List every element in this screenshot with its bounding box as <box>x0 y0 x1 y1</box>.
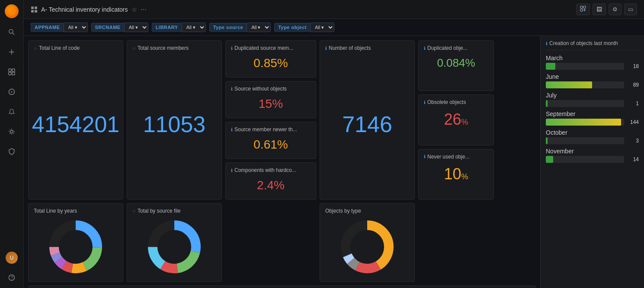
num-objects-header: ℹ Number of objects <box>325 45 409 51</box>
tly-header: Total Line by years <box>34 208 118 214</box>
svg-rect-17 <box>35 6 37 9</box>
info-icon-2: ℹ <box>231 87 233 91</box>
source-newer-card: ℹ Source member newer th... 0.61% <box>225 122 316 159</box>
share-icon[interactable]: ⋯ <box>141 6 147 13</box>
snewer-title: Source member newer th... <box>234 126 297 133</box>
num-objects-card: ℹ Number of objects 7146 <box>320 40 415 200</box>
content-area: ⊹ Total Line of code 4154201 ⊹ Total sou… <box>24 36 644 288</box>
svg-rect-18 <box>31 10 34 13</box>
dashboard-icon[interactable] <box>6 66 18 78</box>
svg-point-45 <box>351 230 384 263</box>
sidebar: U ? <box>0 0 24 288</box>
svg-point-11 <box>11 91 13 93</box>
bar-fill <box>546 100 548 107</box>
svg-rect-16 <box>31 6 34 9</box>
tsf-header: ⊹ Total by source file <box>132 208 216 214</box>
info-icon-8: ℹ <box>424 154 426 159</box>
svg-rect-21 <box>583 6 586 8</box>
obt-header: Objects by type <box>325 208 409 214</box>
tly-title: Total Line by years <box>34 208 77 214</box>
row-1: ⊹ Total Line of code 4154201 ⊹ Total sou… <box>28 40 536 200</box>
search-icon[interactable] <box>6 26 18 38</box>
star-icon[interactable]: ☆ <box>131 6 137 13</box>
type-object-filter-group: Type object All ▾ <box>274 23 334 32</box>
right-stats-column: ℹ Duplicated obje... 0.084% ℹ Obsolete o… <box>418 40 494 200</box>
month-name: November <box>546 148 639 155</box>
month-row-november: November 14 <box>546 146 639 165</box>
app-logo[interactable] <box>5 4 19 18</box>
help-icon[interactable]: ? <box>6 272 18 284</box>
dup-source-value: 0.85% <box>231 54 311 73</box>
kiosk-button[interactable]: ▭ <box>624 3 637 15</box>
plus-icon[interactable] <box>6 46 18 58</box>
swo-title: Source without objects <box>234 86 287 92</box>
bar-row: 18 <box>546 63 639 70</box>
tly-chart <box>34 217 118 277</box>
bell-icon[interactable] <box>6 106 18 118</box>
never-used-title: Never used obje... <box>427 154 469 160</box>
dup-objects-header: ℹ Duplicated obje... <box>424 45 488 51</box>
dup-objects-value: 0.084% <box>424 54 488 72</box>
filter-bar: APPNAME All ▾ SRCNAME All ▾ LIBRARY All … <box>24 19 644 36</box>
bar-track <box>546 100 624 107</box>
total-line-years-card: Total Line by years <box>28 203 123 282</box>
num-objects-title: Number of objects <box>329 45 371 51</box>
svg-rect-19 <box>35 10 37 13</box>
compass-icon[interactable] <box>6 86 18 98</box>
bar-track <box>546 156 624 163</box>
library-filter-group: LIBRARY All ▾ <box>152 23 206 32</box>
svg-rect-9 <box>12 72 15 75</box>
topbar-actions: 🖼 ⚙ ▭ <box>576 3 637 15</box>
bar-value: 3 <box>627 138 639 144</box>
shield-icon[interactable] <box>6 146 18 158</box>
middle-column: ℹ Duplicated source mem... 0.85% ℹ Sourc… <box>225 40 316 200</box>
snewer-value: 0.61% <box>231 135 311 154</box>
month-name: March <box>546 55 639 61</box>
obsolete-value: 26% <box>424 108 488 131</box>
info-icon-4: ℹ <box>231 168 233 173</box>
total-loc-title: Total Line of code <box>39 45 80 51</box>
gear-icon[interactable] <box>6 126 18 138</box>
bar-fill <box>546 119 621 126</box>
type-object-select[interactable]: All ▾ <box>310 23 334 32</box>
month-row-october: October 3 <box>546 127 639 146</box>
obsolete-title: Obsolete objects <box>427 99 466 105</box>
external-link-icon: ⊹ <box>34 46 37 51</box>
svg-rect-20 <box>580 6 583 8</box>
obt-title: Objects by type <box>325 208 361 214</box>
user-avatar[interactable]: U <box>6 252 18 264</box>
hardco-header: ℹ Components with hardco... <box>231 167 311 173</box>
library-select[interactable]: All ▾ <box>182 23 206 32</box>
duplicated-source-card: ℹ Duplicated source mem... 0.85% <box>225 40 316 78</box>
month-name: September <box>546 110 639 117</box>
total-loc-value: 4154201 <box>34 54 118 195</box>
panel-info-icon: ℹ <box>546 41 548 46</box>
svg-point-39 <box>158 230 191 263</box>
row-3: Description Indicators of lines of code,… <box>28 285 536 288</box>
bar-fill <box>546 137 548 144</box>
settings-button[interactable]: ⚙ <box>609 3 622 15</box>
share-button[interactable]: 🖼 <box>593 3 606 15</box>
months-list: March 18 June 89 July 1 September <box>546 53 639 165</box>
type-source-select[interactable]: All ▾ <box>247 23 271 32</box>
srcname-select[interactable]: All ▾ <box>124 23 148 32</box>
add-panel-button[interactable] <box>576 3 590 15</box>
dup-objects-card: ℹ Duplicated obje... 0.084% <box>418 40 494 91</box>
row-2: Total Line by years <box>28 203 536 282</box>
dup-source-title: Duplicated source mem... <box>234 45 293 51</box>
info-icon-3: ℹ <box>231 127 233 132</box>
srcname-filter-group: SRCNAME All ▾ <box>91 23 148 32</box>
svg-rect-8 <box>9 72 11 75</box>
source-without-objects-card: ℹ Source without objects 15% <box>225 81 316 118</box>
bar-value: 18 <box>627 63 639 69</box>
never-used-header: ℹ Never used obje... <box>424 154 488 160</box>
appname-label: APPNAME <box>31 23 64 32</box>
bar-value: 144 <box>627 119 639 125</box>
bar-fill <box>546 156 553 163</box>
dup-objects-title: Duplicated obje... <box>427 45 468 51</box>
panel-header: ℹ Creation of objects last month <box>546 40 639 50</box>
total-source-card: ⊹ Total source members 11053 <box>127 40 222 200</box>
appname-select[interactable]: All ▾ <box>64 23 88 32</box>
month-row-march: March 18 <box>546 53 639 71</box>
tsf-title: Total by source file <box>138 208 180 214</box>
